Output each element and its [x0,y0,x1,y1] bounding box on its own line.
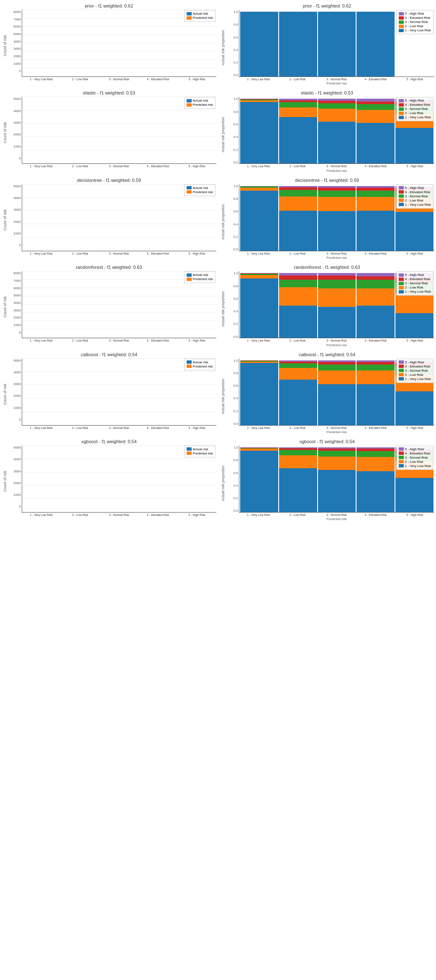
stacked-bar-col [318,186,356,251]
stacked-segment [279,450,317,455]
y-tick-label: 1.0 [227,184,239,188]
x-labels-prior: 1 - Very Low Risk2 - Low Risk3 - Normal … [22,78,216,81]
y-tick-label: 3000 [9,121,22,125]
legend-color-swatch [399,464,404,467]
x-labels-randomforest: 1 - Very Low Risk2 - Low Risk3 - Normal … [22,339,216,342]
y-tick-label: 0.2 [227,409,239,413]
y-tick-label: 0.6 [227,471,239,475]
legend-left-elastic: Actual riskPredicted risk [184,97,215,109]
legend-label: 2 - Low Risk [405,460,423,464]
x-axis-label: 3 - Normal Risk [100,339,138,342]
stacked-segment [318,307,356,338]
legend-item: 3 - Normal Risk [399,281,431,285]
legend-item: 4 - Elevated Risk [399,277,431,281]
legend-item: 3 - Normal Risk [399,194,431,198]
x-axis-label: 3 - Normal Risk [100,513,138,517]
x-axis-label: 4 - Elevated Risk [138,339,177,342]
y-tick-label: 1000 [9,323,22,327]
legend-item: 3 - Normal Risk [399,369,431,373]
stacked-segment [356,191,395,197]
stacked-bar-col [240,360,278,425]
legend-item: 5 - High Risk [399,360,431,364]
chart-title-right-decisiontree: decisiontree - f1 weighted: 0.59 [220,178,434,183]
legend-item: Predicted risk [187,365,213,368]
x-axis-label: 1 - Very Low Risk [22,78,61,81]
legend-right-catboost: 5 - High Risk4 - Elevated Risk3 - Normal… [396,359,433,383]
chart-right-xgboost: xgboost - f1 weighted: 0.54Actual risk p… [218,436,436,523]
y-axis-label-left-randomforest: Count of risk [2,271,8,342]
y-tick-label: 0.0 [227,422,239,426]
legend-label: 3 - Normal Risk [405,281,428,285]
legend-color-swatch [399,273,404,277]
chart-title-right-catboost: catboost - f1 weighted: 0.54 [220,352,434,357]
legend-color-swatch [399,203,404,206]
legend-color-swatch [187,190,192,194]
legend-item: 5 - High Risk [399,186,431,190]
legend-label: 1 - Very Low Risk [405,464,431,468]
stacked-bar-col [356,186,395,251]
legend-item: 2 - Low Risk [399,199,431,202]
legend-color-swatch [399,365,404,368]
legend-item: Actual risk [187,186,213,190]
x-axis-label: 2 - Low Risk [61,252,100,255]
legend-label: Actual risk [193,12,208,15]
y-tick-label: 0.6 [227,36,239,39]
legend-color-swatch [399,447,404,451]
x-axis-label: 3 - Normal Risk [317,78,356,81]
x-labels-stacked-catboost: 1 - Very Low Risk2 - Low Risk3 - Normal … [239,426,434,430]
legend-color-swatch [399,360,404,364]
x-axis-label: 2 - Low Risk [278,78,317,81]
x-axis-label: 1 - Very Low Risk [22,165,61,168]
legend-label: Actual risk [193,360,208,364]
legend-item: Predicted risk [187,103,213,107]
stacked-yticks-catboost: 0.00.20.40.60.81.0 [227,359,239,426]
x-axis-label: 5 - High Risk [177,339,216,342]
chart-left-elastic: elastic - f1 weighted: 0.53Count of risk… [0,87,218,174]
x-labels-stacked-randomforest: 1 - Very Low Risk2 - Low Risk3 - Normal … [239,339,434,342]
stacked-bar-col [240,12,278,77]
x-axis-label: 1 - Very Low Risk [239,426,278,430]
legend-left-prior: Actual riskPredicted risk [184,10,215,22]
x-axis-label: 1 - Very Low Risk [239,252,278,255]
legend-color-swatch [399,460,404,463]
stacked-yticks-randomforest: 0.00.20.40.60.81.0 [227,271,239,338]
stacked-bar-col [240,186,278,251]
chart-grid: prior - f1 weighted: 0.62Count of risk01… [0,0,436,523]
x-bottom-label-prior: Predicted risk [239,82,434,85]
y-tick-label: 0 [9,505,22,508]
legend-item: Predicted risk [187,16,213,20]
legend-label: 1 - Very Low Risk [405,203,431,207]
legend-item: 4 - Elevated Risk [399,365,431,368]
stacked-segment [356,197,395,211]
legend-color-swatch [399,290,404,293]
x-axis-label: 3 - Normal Risk [100,165,138,168]
legend-color-swatch [399,377,404,380]
legend-color-swatch [187,12,192,15]
legend-label: Actual risk [193,99,208,102]
legend-label: Actual risk [193,186,208,190]
legend-item: 3 - Normal Risk [399,456,431,459]
legend-left-decisiontree: Actual riskPredicted risk [184,184,215,196]
legend-item: 2 - Low Risk [399,24,431,28]
y-tick-label: 0.8 [227,371,239,375]
x-axis-label: 5 - High Risk [395,78,434,81]
stacked-segment [279,197,317,211]
stacked-bar-col [279,360,317,425]
stacked-segment [395,391,433,425]
legend-left-catboost: Actual riskPredicted risk [184,359,215,370]
y-tick-label: 1000 [9,145,22,148]
legend-label: 3 - Normal Risk [405,194,428,198]
legend-label: 1 - Very Low Risk [405,290,431,293]
x-labels-catboost: 1 - Very Low Risk2 - Low Risk3 - Normal … [22,426,216,430]
stacked-bar-col [240,447,278,512]
x-axis-label: 1 - Very Low Risk [22,339,61,342]
legend-label: 3 - Normal Risk [405,107,428,111]
legend-right-xgboost: 5 - High Risk4 - Elevated Risk3 - Normal… [396,446,433,470]
legend-color-swatch [187,452,192,455]
stacked-bar-col [279,273,317,338]
y-tick-label: 6000 [9,25,22,28]
y-tick-label: 5000 [9,359,22,362]
x-axis-label: 1 - Very Low Risk [239,165,278,168]
legend-item: Actual risk [187,99,213,102]
stacked-segment [279,190,317,197]
